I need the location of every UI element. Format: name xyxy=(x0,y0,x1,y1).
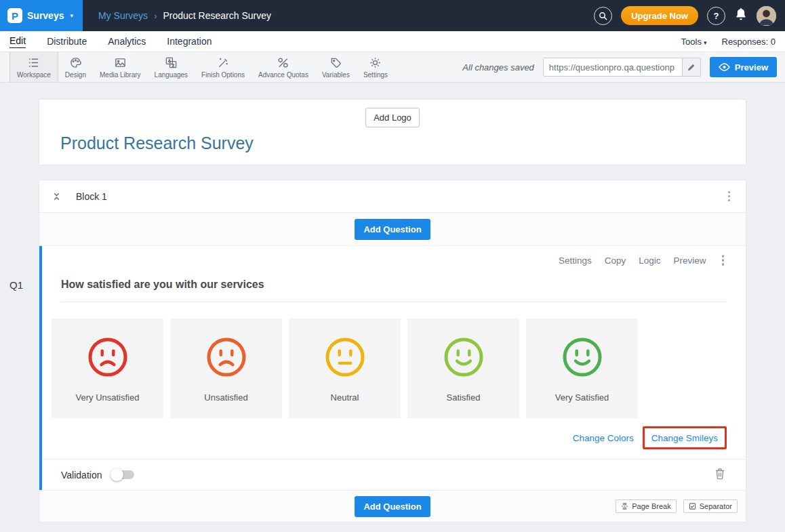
frown-smiley-icon xyxy=(205,336,247,378)
neutral-smiley-icon xyxy=(324,336,366,378)
question-preview-link[interactable]: Preview xyxy=(673,255,706,266)
notifications-button[interactable] xyxy=(734,7,748,24)
smiley-option-very-satisfied[interactable]: Very Satisfied xyxy=(526,319,638,418)
add-logo-button[interactable]: Add Logo xyxy=(365,108,420,127)
eye-icon xyxy=(719,63,730,71)
add-question-row-top: Add Question xyxy=(39,213,746,246)
question-settings-link[interactable]: Settings xyxy=(559,255,592,266)
option-label: Unsatisfied xyxy=(204,392,247,403)
add-question-button-bottom[interactable]: Add Question xyxy=(355,496,430,517)
toolbar-workspace[interactable]: Workspace xyxy=(9,52,58,82)
help-button[interactable]: ? xyxy=(707,7,725,25)
save-status: All changes saved xyxy=(462,62,534,73)
change-colors-link[interactable]: Change Colors xyxy=(573,433,634,443)
breadcrumb-my-surveys[interactable]: My Surveys xyxy=(98,10,148,21)
toolbar-advance-quotas[interactable]: Advance Quotas xyxy=(251,52,315,82)
tab-distribute[interactable]: Distribute xyxy=(47,31,87,52)
toolbar-design[interactable]: Design xyxy=(58,52,93,82)
question-mark-icon: ? xyxy=(714,11,719,21)
media-library-icon xyxy=(114,56,127,69)
search-button[interactable] xyxy=(594,7,612,25)
validation-label: Validation xyxy=(61,470,102,480)
smiley-option-very-unsatisfied[interactable]: Very Unsatisfied xyxy=(52,319,163,418)
breadcrumb: My Surveys › Product Research Survey xyxy=(98,10,271,21)
tab-analytics[interactable]: Analytics xyxy=(108,31,146,52)
finish-options-icon xyxy=(217,56,230,69)
settings-icon xyxy=(369,56,382,69)
page-break-button[interactable]: Page Break xyxy=(616,499,676,513)
trash-icon xyxy=(714,468,725,480)
smiley-option-unsatisfied[interactable]: Unsatisfied xyxy=(170,319,282,418)
design-icon xyxy=(69,56,82,69)
question-q1: Settings Copy Logic Preview How satisfie… xyxy=(39,246,746,490)
app-header: P Surveys ▾ My Surveys › Product Researc… xyxy=(0,0,785,31)
block-card: Block 1 Add Question Settings Copy Logic… xyxy=(39,180,746,523)
pencil-icon xyxy=(687,63,696,72)
validation-row: Validation xyxy=(42,459,746,490)
collapse-block-button[interactable] xyxy=(52,192,61,201)
advance-quotas-icon xyxy=(277,56,289,69)
search-icon xyxy=(599,12,607,20)
breadcrumb-separator-icon: › xyxy=(154,11,157,21)
block-menu-button[interactable] xyxy=(725,188,733,205)
change-smileys-highlight-box: Change Smileys xyxy=(643,426,727,449)
option-label: Satisfied xyxy=(447,392,481,403)
nav-right: Tools▾ Responses: 0 xyxy=(681,37,776,47)
collapse-icon xyxy=(52,192,61,201)
survey-header-card: Add Logo Product Research Survey xyxy=(39,99,746,165)
breadcrumb-current-survey: Product Research Survey xyxy=(163,10,271,21)
tools-menu[interactable]: Tools▾ xyxy=(681,37,707,47)
languages-icon xyxy=(165,56,178,69)
validation-toggle[interactable] xyxy=(112,470,134,479)
separator-button[interactable]: Separator xyxy=(683,499,738,513)
preview-button[interactable]: Preview xyxy=(710,57,777,77)
nav-tabs: Edit Distribute Analytics Integration xyxy=(9,31,212,52)
separator-icon xyxy=(689,502,696,510)
question-text[interactable]: How satisfied are you with our services xyxy=(61,279,727,302)
smiley-option-neutral[interactable]: Neutral xyxy=(289,319,401,418)
frown-smiley-icon xyxy=(87,336,129,378)
surveys-menu-label: Surveys xyxy=(27,10,64,21)
block-title[interactable]: Block 1 xyxy=(76,191,107,202)
survey-url-input[interactable] xyxy=(544,58,682,76)
toolbar-finish-options[interactable]: Finish Options xyxy=(195,52,251,82)
survey-canvas: Add Logo Product Research Survey Block 1… xyxy=(0,83,785,523)
section-nav: Edit Distribute Analytics Integration To… xyxy=(0,31,785,52)
smiley-settings-row: Change Colors Change Smileys xyxy=(42,426,727,449)
question-menu-button[interactable] xyxy=(719,252,727,268)
smile-smiley-icon xyxy=(561,336,603,378)
chevron-down-icon: ▾ xyxy=(70,12,73,19)
toolbar-variables[interactable]: Variables xyxy=(315,52,357,82)
footer-buttons: Page Break Separator xyxy=(616,499,738,513)
survey-url-box xyxy=(543,58,701,77)
tab-edit[interactable]: Edit xyxy=(9,31,26,52)
upgrade-now-button[interactable]: Upgrade Now xyxy=(621,6,698,25)
toolbar-settings[interactable]: Settings xyxy=(357,52,395,82)
variables-icon xyxy=(329,56,342,69)
responses-count[interactable]: Responses: 0 xyxy=(722,37,776,47)
add-question-button-top[interactable]: Add Question xyxy=(355,219,430,240)
user-avatar[interactable] xyxy=(757,6,776,26)
question-copy-link[interactable]: Copy xyxy=(605,255,626,266)
block-footer: Add Question Page Break Separator xyxy=(39,490,746,522)
option-label: Neutral xyxy=(331,392,359,403)
tab-integration[interactable]: Integration xyxy=(167,31,212,52)
questionpro-logo-icon: P xyxy=(7,8,22,23)
delete-question-button[interactable] xyxy=(713,466,727,483)
question-logic-link[interactable]: Logic xyxy=(639,255,660,266)
avatar-photo xyxy=(757,6,776,26)
toolbar-media-library[interactable]: Media Library xyxy=(93,52,148,82)
header-actions: Upgrade Now ? xyxy=(594,6,785,26)
toolbar-right: All changes saved Preview xyxy=(462,52,785,82)
question-actions: Settings Copy Logic Preview xyxy=(42,254,746,266)
edit-url-button[interactable] xyxy=(682,58,700,76)
smile-smiley-icon xyxy=(443,336,485,378)
change-smileys-link[interactable]: Change Smileys xyxy=(651,433,718,443)
surveys-menu[interactable]: P Surveys ▾ xyxy=(0,0,83,31)
smiley-option-satisfied[interactable]: Satisfied xyxy=(407,319,519,418)
chevron-down-icon: ▾ xyxy=(704,39,707,46)
toolbar-languages[interactable]: Languages xyxy=(148,52,195,82)
editor-toolbar: Workspace Design Media Library Languages… xyxy=(0,52,785,83)
survey-title[interactable]: Product Research Survey xyxy=(60,134,254,153)
page-break-icon xyxy=(621,502,628,510)
